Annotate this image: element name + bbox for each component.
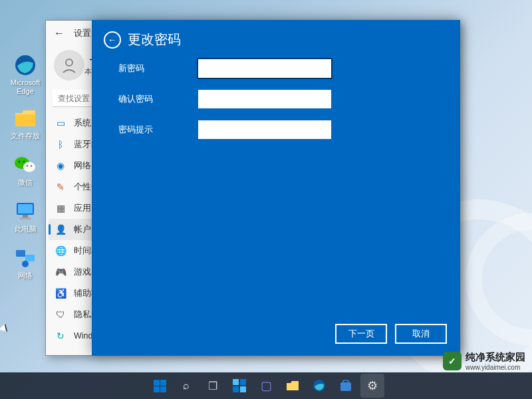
taskbar-chat[interactable]: ▢ [254,374,278,398]
accessibility-icon: ♿ [55,288,66,299]
shield-icon: 🛡 [55,309,66,320]
svg-point-15 [66,59,72,66]
confirm-password-input[interactable] [198,90,331,108]
watermark-url: www.yidaimei.com [466,364,525,371]
apps-icon: ▦ [55,203,66,213]
svg-rect-13 [25,255,35,261]
start-button[interactable] [148,374,172,398]
next-button[interactable]: 下一页 [335,324,387,344]
cancel-button[interactable]: 取消 [395,324,447,344]
taskbar-widgets[interactable] [227,374,251,398]
settings-title: 设置 [74,27,91,39]
svg-point-5 [23,161,25,163]
watermark: ✓ 纯净系统家园 www.yidaimei.com [443,351,525,371]
svg-rect-16 [233,379,239,385]
svg-rect-11 [20,217,31,219]
svg-rect-1 [15,114,35,126]
desktop-icon-network[interactable]: 网络 [5,246,45,280]
svg-point-6 [27,165,28,166]
gamepad-icon: 🎮 [55,267,66,277]
computer-icon [13,200,37,223]
label-confirm-password: 确认密码 [118,93,198,105]
system-icon: ▭ [55,118,66,128]
back-button[interactable]: ← [53,27,66,40]
desktop-icon-edge[interactable]: Microsoft Edge [5,53,45,96]
svg-point-3 [23,162,35,172]
edge-icon [313,379,326,392]
gear-icon: ⚙ [367,378,378,393]
folder-icon [13,106,37,130]
person-icon: 👤 [55,224,66,235]
taskbar-store[interactable] [334,374,358,398]
taskview-icon: ❐ [208,380,217,392]
taskbar-settings[interactable]: ⚙ [360,374,384,398]
wechat-icon [13,153,37,177]
avatar-icon [54,50,84,80]
globe-icon: 🌐 [55,245,66,256]
watermark-text: 纯净系统家园 [466,351,525,364]
svg-rect-17 [240,379,246,385]
sync-icon: ↻ [55,331,66,341]
folder-icon [286,380,299,391]
desktop-icon-wechat[interactable]: 微信 [5,153,45,187]
password-hint-input[interactable] [198,120,331,139]
svg-rect-22 [343,380,348,383]
label-password-hint: 密码提示 [118,124,198,136]
change-password-modal: ← 更改密码 新密码 确认密码 密码提示 下一页 取消 [92,20,460,356]
taskbar: ⌕ ❐ ▢ ⚙ [0,372,532,399]
desktop-icon-thispc[interactable]: 此电脑 [5,200,45,233]
svg-rect-18 [233,386,239,392]
modal-title: 更改密码 [128,31,181,49]
search-icon: ⌕ [183,380,190,392]
svg-rect-9 [18,204,33,213]
wifi-icon: ◉ [55,160,66,171]
modal-back-button[interactable]: ← [104,31,121,49]
desktop-icon-folder[interactable]: 文件存放 [5,106,45,140]
edge-icon [13,53,37,77]
cursor-icon [0,324,9,334]
taskbar-taskview[interactable]: ❐ [201,374,225,398]
new-password-input[interactable] [198,59,331,78]
widgets-icon [233,379,246,392]
svg-point-4 [19,161,21,163]
chat-icon: ▢ [261,378,272,393]
network-icon [13,246,37,270]
svg-rect-21 [340,382,351,391]
svg-rect-19 [240,386,246,392]
svg-rect-12 [16,250,25,257]
watermark-logo-icon: ✓ [443,352,462,370]
svg-point-14 [22,261,29,267]
taskbar-explorer[interactable] [281,374,305,398]
taskbar-search[interactable]: ⌕ [174,374,198,398]
brush-icon: ✎ [55,182,66,192]
taskbar-edge[interactable] [307,374,331,398]
bluetooth-icon: ᛒ [55,139,66,150]
store-icon [339,380,352,392]
svg-rect-10 [23,215,28,217]
label-new-password: 新密码 [118,63,198,74]
windows-icon [154,380,166,392]
svg-point-7 [31,165,32,166]
